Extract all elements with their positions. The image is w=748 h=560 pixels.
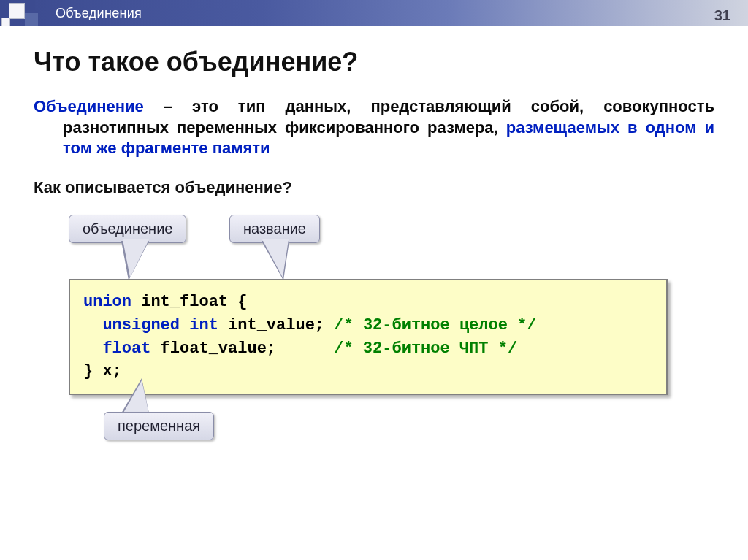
callout-tail (123, 239, 149, 277)
code-keyword: union (83, 293, 131, 311)
definition-paragraph: Объединение – это тип данных, представля… (34, 96, 714, 159)
code-text: int_float { (131, 293, 247, 311)
section-title: Объединения (56, 6, 142, 21)
definition-dash: – (144, 97, 192, 115)
code-keyword: unsigned int (83, 316, 218, 334)
slide-header: Объединения (0, 0, 748, 26)
page-title: Что такое объединение? (34, 47, 714, 77)
code-diagram: объединение название union int_float { u… (34, 212, 714, 453)
definition-term: Объединение (34, 97, 144, 115)
slide-content: Что такое объединение? Объединение – это… (0, 26, 748, 453)
code-text: int_value; (218, 316, 334, 334)
code-comment: /* 32-битное ЧПТ */ (334, 340, 517, 358)
code-comment: /* 32-битное целое */ (334, 316, 536, 334)
code-text: float_value; (150, 340, 334, 358)
code-text: } x; (83, 362, 122, 380)
code-box: union int_float { unsigned int int_value… (69, 279, 668, 396)
page-number: 31 (714, 7, 730, 24)
callout-tail (262, 239, 289, 277)
header-logo (0, 0, 44, 26)
callout-tail (123, 380, 149, 414)
callout-variable: переменная (104, 412, 214, 440)
sub-question: Как описывается объединение? (34, 178, 714, 197)
code-keyword: float (83, 340, 150, 358)
